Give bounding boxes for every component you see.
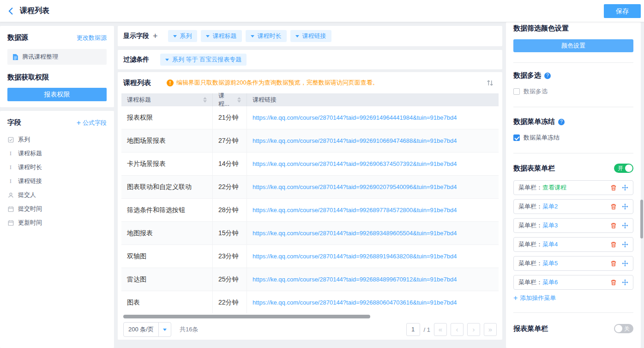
color-settings-button[interactable]: 颜色设置 — [513, 39, 633, 52]
menu-list: 菜单栏： 查看课程 菜单栏： 菜单2 — [513, 180, 633, 290]
move-icon[interactable] — [622, 184, 628, 191]
cell-course-link[interactable]: https://ke.qq.com/course/2870144?taid=99… — [247, 222, 499, 244]
field-item-course-link[interactable]: I 课程链接 — [7, 174, 107, 188]
trash-icon[interactable] — [610, 260, 617, 267]
vertical-scrollbar[interactable] — [640, 200, 643, 238]
table-menu-toggle-on[interactable]: 开 — [614, 164, 633, 173]
page-size-select[interactable]: 200 条/页 — [123, 322, 171, 337]
table-row[interactable]: 图表 22分钟 https://ke.qq.com/course/2870144… — [121, 291, 499, 313]
table-row[interactable]: 筛选条件和筛选按钮 28分钟 https://ke.qq.com/course/… — [121, 199, 499, 222]
move-icon[interactable] — [622, 260, 628, 267]
menu-item-3[interactable]: 菜单栏： 菜单3 — [513, 218, 633, 233]
save-button[interactable]: 保存 — [604, 4, 641, 18]
cell-duration: 15分钟 — [213, 222, 247, 244]
table-row[interactable]: 地图场景报表 27分钟 https://ke.qq.com/course/287… — [121, 129, 499, 153]
cell-duration: 25分钟 — [213, 268, 247, 291]
last-page-button[interactable]: » — [484, 323, 497, 336]
trash-icon[interactable] — [610, 241, 617, 248]
sort-carets-icon[interactable] — [203, 97, 207, 103]
field-item-course-duration[interactable]: I 课程时长 — [7, 160, 107, 174]
menu-item-1[interactable]: 菜单栏： 查看课程 — [513, 180, 633, 195]
help-icon[interactable]: ? — [558, 119, 565, 125]
datasource-item[interactable]: 腾讯课程整理 — [7, 49, 107, 65]
menu-freeze-checkbox-row[interactable]: 数据菜单冻结 — [513, 134, 633, 142]
move-icon[interactable] — [622, 279, 628, 286]
trash-icon[interactable] — [610, 222, 617, 229]
next-page-button[interactable]: › — [467, 323, 480, 336]
top-header: 课程列表 保存 — [0, 0, 644, 22]
prev-page-button[interactable]: ‹ — [451, 323, 463, 336]
move-icon[interactable] — [622, 203, 628, 210]
trash-icon[interactable] — [610, 279, 617, 286]
display-field-chip-course-title[interactable]: 课程标题 — [201, 30, 242, 42]
add-action-menu-link[interactable]: + 添加操作菜单 — [513, 294, 633, 302]
filter-chip[interactable]: 系列 等于 百宝云报表专题 — [160, 54, 247, 66]
cell-course-link[interactable]: https://ke.qq.com/course/2870144?taid=99… — [247, 176, 499, 198]
page-number-input[interactable]: 1 — [406, 323, 420, 336]
trash-icon[interactable] — [610, 184, 617, 191]
chevron-down-icon — [173, 35, 177, 37]
display-field-chip-course-link[interactable]: 课程链接 — [290, 30, 331, 42]
field-item-series[interactable]: 系列 — [7, 133, 107, 147]
menu-item-4[interactable]: 菜单栏： 菜单4 — [513, 237, 633, 252]
add-formula-field-link[interactable]: + 公式字段 — [77, 119, 107, 127]
report-permission-button[interactable]: 报表权限 — [7, 88, 107, 101]
menu-name: 菜单5 — [542, 259, 558, 268]
display-field-chip-course-duration[interactable]: 课程时长 — [246, 30, 287, 42]
table-row[interactable]: 双轴图 23分钟 https://ke.qq.com/course/287014… — [121, 245, 499, 268]
cell-course-link[interactable]: https://ke.qq.com/course/2870144?taid=99… — [247, 245, 499, 268]
move-icon[interactable] — [622, 222, 628, 229]
datasource-name: 腾讯课程整理 — [22, 53, 58, 61]
help-icon[interactable]: ? — [544, 73, 551, 79]
back-icon[interactable] — [8, 7, 13, 15]
menu-item-5[interactable]: 菜单栏： 菜单5 — [513, 256, 633, 271]
cell-course-link[interactable]: https://ke.qq.com/course/2870144?taid=99… — [247, 153, 499, 175]
change-datasource-link[interactable]: 更改数据源 — [77, 34, 107, 42]
checkbox-field-icon — [7, 137, 14, 143]
cell-course-link[interactable]: https://ke.qq.com/course/2870144?taid=99… — [247, 129, 499, 152]
cell-course-link[interactable]: https://ke.qq.com/course/2870144?taid=99… — [247, 291, 499, 313]
cell-course-title: 地图场景报表 — [121, 129, 213, 152]
first-page-button[interactable]: « — [434, 323, 447, 336]
page-total: / 1 — [424, 326, 430, 333]
move-icon[interactable] — [622, 241, 628, 248]
cell-course-link[interactable]: https://ke.qq.com/course/2870144?taid=99… — [247, 106, 499, 129]
display-field-chip-series[interactable]: 系列 — [168, 30, 197, 42]
warning-icon: ! — [167, 79, 174, 86]
checkbox-checked-icon[interactable] — [513, 134, 520, 141]
menu-freeze-title: 数据菜单冻结 — [513, 117, 555, 126]
add-display-field-button[interactable]: + — [153, 32, 158, 40]
cell-course-link[interactable]: https://ke.qq.com/course/2870144?taid=99… — [247, 268, 499, 291]
cell-duration: 27分钟 — [213, 129, 247, 152]
sort-order-icon[interactable] — [486, 79, 494, 87]
horizontal-scrollbar-track — [121, 315, 499, 318]
cell-course-title: 图表联动和自定义联动 — [121, 176, 213, 198]
checkbox-unchecked-icon[interactable] — [513, 88, 520, 95]
menu-prefix: 菜单栏： — [518, 240, 542, 249]
cell-duration: 21分钟 — [213, 106, 247, 129]
column-header-course-duration: 课程... — [218, 92, 235, 108]
table-row[interactable]: 图表联动和自定义联动 22分钟 https://ke.qq.com/course… — [121, 176, 499, 199]
field-item-submitter[interactable]: 提交人 — [7, 188, 107, 202]
table-row[interactable]: 地图报表 15分钟 https://ke.qq.com/course/28701… — [121, 222, 499, 245]
table-row[interactable]: 卡片场景报表 14分钟 https://ke.qq.com/course/287… — [121, 153, 499, 176]
table-row[interactable]: 雷达图 25分钟 https://ke.qq.com/course/287014… — [121, 268, 499, 291]
table-row[interactable]: 报表权限 21分钟 https://ke.qq.com/course/28701… — [121, 106, 499, 129]
sort-carets-icon[interactable] — [237, 97, 241, 103]
menu-name: 查看课程 — [542, 183, 566, 192]
multi-select-checkbox-row[interactable]: 数据多选 — [513, 87, 633, 96]
checkbox-label: 数据多选 — [524, 87, 548, 96]
field-item-submit-time[interactable]: 提交时间 — [7, 202, 107, 216]
datasource-panel: 数据源 更改数据源 腾讯课程整理 数据获取权限 报表权限 — [0, 26, 114, 107]
field-item-course-title[interactable]: I 课程标题 — [7, 147, 107, 160]
cell-course-link[interactable]: https://ke.qq.com/course/2870144?taid=99… — [247, 199, 499, 221]
report-menu-toggle-off[interactable]: 关 — [614, 324, 633, 333]
horizontal-scrollbar[interactable] — [123, 315, 370, 318]
page-size-value: 200 条/页 — [124, 325, 158, 334]
menu-item-2[interactable]: 菜单栏： 菜单2 — [513, 199, 633, 214]
trash-icon[interactable] — [610, 203, 617, 210]
field-item-update-time[interactable]: 更新时间 — [7, 216, 107, 230]
divider — [513, 312, 633, 313]
menu-name: 菜单2 — [542, 202, 558, 211]
menu-item-6[interactable]: 菜单栏： 菜单6 — [513, 275, 633, 290]
